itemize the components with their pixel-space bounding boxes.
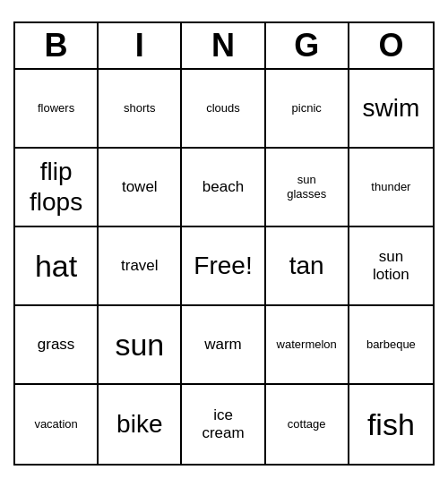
cell-text: thunder <box>371 180 410 194</box>
bingo-cell: beach <box>182 149 265 227</box>
cell-text: barbeque <box>366 337 416 352</box>
cell-text: towel <box>122 178 158 196</box>
cell-text: watermelon <box>277 337 337 352</box>
cell-text: swim <box>363 93 420 124</box>
cell-text: bike <box>116 409 162 440</box>
bingo-cell: hat <box>15 227 99 306</box>
bingo-cell: flip flops <box>15 149 99 227</box>
cell-text: shorts <box>124 101 155 115</box>
header-letter: G <box>266 23 349 68</box>
bingo-grid: flowersshortscloudspicnicswimflip flopst… <box>15 70 433 464</box>
bingo-cell: grass <box>15 306 99 385</box>
bingo-cell: vacation <box>15 385 99 464</box>
cell-text: sun <box>115 327 164 363</box>
header-letter: B <box>15 23 99 68</box>
bingo-cell: swim <box>349 70 433 149</box>
bingo-cell: cottage <box>266 385 349 464</box>
bingo-cell: picnic <box>266 70 349 149</box>
header-letter: I <box>99 23 182 68</box>
cell-text: warm <box>204 336 242 354</box>
bingo-card: BINGO flowersshortscloudspicnicswimflip … <box>13 21 435 466</box>
bingo-cell: warm <box>182 306 265 385</box>
cell-text: fish <box>367 406 415 443</box>
bingo-cell: ice cream <box>182 385 265 464</box>
bingo-cell: watermelon <box>266 306 349 385</box>
bingo-cell: shorts <box>99 70 182 149</box>
cell-text: hat <box>35 248 77 285</box>
bingo-cell: towel <box>99 149 182 227</box>
bingo-cell: tan <box>266 227 349 306</box>
cell-text: travel <box>121 257 159 275</box>
cell-text: picnic <box>292 101 322 115</box>
header-letter: O <box>349 23 433 68</box>
bingo-cell: thunder <box>349 149 433 227</box>
cell-text: Free! <box>194 251 252 281</box>
bingo-cell: clouds <box>182 70 265 149</box>
bingo-cell: sun glasses <box>266 149 349 227</box>
header-letter: N <box>182 23 265 68</box>
bingo-cell: travel <box>99 227 182 306</box>
cell-text: tan <box>289 251 324 281</box>
bingo-cell: bike <box>99 385 182 464</box>
bingo-cell: barbeque <box>349 306 433 385</box>
cell-text: ice cream <box>202 406 244 443</box>
cell-text: vacation <box>34 417 77 431</box>
bingo-cell: Free! <box>182 227 265 306</box>
cell-text: grass <box>38 336 75 354</box>
bingo-cell: fish <box>349 385 433 464</box>
cell-text: clouds <box>206 101 240 115</box>
cell-text: cottage <box>288 417 326 431</box>
cell-text: sun glasses <box>287 173 326 201</box>
cell-text: flowers <box>38 101 74 115</box>
cell-text: beach <box>202 178 244 196</box>
cell-text: sun lotion <box>373 248 409 285</box>
bingo-cell: sun <box>99 306 182 385</box>
bingo-cell: flowers <box>15 70 99 149</box>
bingo-cell: sun lotion <box>349 227 433 306</box>
cell-text: flip flops <box>30 157 82 217</box>
bingo-header: BINGO <box>15 23 433 70</box>
